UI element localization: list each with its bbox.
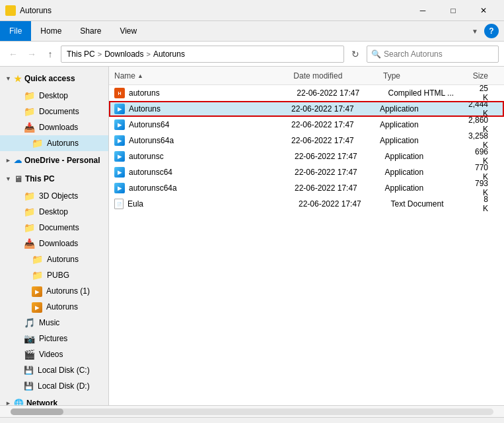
- scrollbar-track: [11, 408, 493, 415]
- chevron-icon: ►: [5, 400, 11, 405]
- file-type-cell: Text Document: [390, 199, 483, 209]
- sidebar-item-videos[interactable]: 🎬 Videos: [0, 346, 108, 362]
- table-row[interactable]: ▶ autorunsc64a 22-06-2022 17:47 Applicat…: [109, 180, 504, 196]
- table-row[interactable]: 📄 Eula 22-06-2022 17:47 Text Document 8 …: [109, 196, 504, 212]
- table-row[interactable]: H autoruns 22-06-2022 17:47 Compiled HTM…: [109, 85, 504, 101]
- folder-icon-pictures: 📷: [24, 333, 35, 344]
- tab-share[interactable]: Share: [71, 21, 110, 41]
- sidebar-item-label: Local Disk (C:): [38, 366, 90, 375]
- file-name-cell: H autoruns: [114, 88, 297, 98]
- address-path[interactable]: This PC > Downloads > Autoruns: [61, 46, 344, 63]
- folder-icon-documents-pc: 📁: [24, 222, 35, 233]
- file-header: Name ▲ Date modified Type Size: [109, 67, 504, 85]
- table-row[interactable]: ▶ Autoruns 22-06-2022 17:47 Application …: [109, 101, 504, 117]
- breadcrumb-autoruns[interactable]: Autoruns: [153, 49, 185, 59]
- file-date-cell: 22-06-2022 17:47: [299, 199, 391, 209]
- folder-icon-documents: 📁: [24, 106, 35, 117]
- scrollbar-thumb[interactable]: [11, 408, 63, 415]
- sidebar-item-label: Desktop: [39, 91, 68, 100]
- pc-icon: 🖥: [14, 174, 22, 184]
- sidebar: ▼ ★ Quick access 📁 Desktop 📁 Documents 📥…: [0, 67, 109, 405]
- back-button[interactable]: ←: [5, 46, 21, 62]
- sidebar-item-autoruns1[interactable]: ▶ Autoruns (1): [0, 283, 108, 299]
- sidebar-item-autoruns-sub[interactable]: 📁 Autoruns: [0, 251, 108, 267]
- exe-file-icon: ▶: [114, 183, 125, 193]
- file-name-cell: ▶ Autoruns: [114, 104, 291, 114]
- sidebar-item-label: Documents: [39, 223, 79, 232]
- file-name-cell: ▶ autorunsc: [114, 151, 295, 162]
- html-file-icon: H: [114, 88, 125, 98]
- file-area: Name ▲ Date modified Type Size H autorun…: [109, 67, 504, 405]
- sidebar-item-documents[interactable]: 📁 Documents: [0, 104, 108, 119]
- col-header-type[interactable]: Type: [383, 71, 473, 81]
- file-type-cell: Application: [380, 136, 468, 145]
- title-bar: Autoruns ─ □ ✕: [0, 0, 504, 21]
- sidebar-item-label: Local Disk (D:): [38, 381, 90, 391]
- minimize-button[interactable]: ─: [408, 0, 438, 21]
- exe-file-icon: ▶: [114, 167, 125, 178]
- exe-file-icon: ▶: [114, 151, 125, 162]
- file-name-label: Autoruns64a: [129, 136, 174, 145]
- sidebar-item-3d-objects[interactable]: 📁 3D Objects: [0, 188, 108, 204]
- file-type-cell: Application: [384, 183, 474, 193]
- file-date-cell: 22-06-2022 17:47: [297, 88, 388, 98]
- sidebar-section-this-pc[interactable]: ▼ 🖥 This PC: [0, 170, 108, 188]
- sidebar-item-documents-pc[interactable]: 📁 Documents: [0, 220, 108, 236]
- search-input[interactable]: [384, 49, 494, 59]
- disk-icon-c: 💾: [24, 366, 34, 375]
- folder-icon-music: 🎵: [24, 317, 35, 328]
- folder-icon-autoruns: 📁: [32, 138, 43, 148]
- breadcrumb-this-pc[interactable]: This PC: [67, 49, 95, 59]
- horizontal-scrollbar[interactable]: [0, 405, 504, 417]
- close-button[interactable]: ✕: [468, 0, 499, 21]
- table-row[interactable]: ▶ Autoruns64a 22-06-2022 17:47 Applicati…: [109, 133, 504, 148]
- up-button[interactable]: ↑: [42, 46, 58, 62]
- help-button[interactable]: ?: [484, 24, 499, 38]
- col-header-date[interactable]: Date modified: [293, 71, 383, 81]
- breadcrumb-downloads[interactable]: Downloads: [104, 49, 143, 59]
- tab-view[interactable]: View: [110, 21, 146, 41]
- file-type-cell: Compiled HTML ...: [388, 88, 479, 98]
- file-date-cell: 22-06-2022 17:47: [295, 168, 384, 177]
- tab-home[interactable]: Home: [31, 21, 71, 41]
- star-icon: ★: [14, 74, 22, 84]
- sidebar-section-quick-access[interactable]: ▼ ★ Quick access: [0, 69, 108, 88]
- chevron-icon: ▼: [5, 176, 11, 182]
- maximize-button[interactable]: □: [438, 0, 468, 21]
- forward-button[interactable]: →: [24, 46, 40, 62]
- file-name-label: autorunsc: [129, 152, 164, 161]
- search-box[interactable]: 🔍: [367, 46, 499, 63]
- sidebar-item-desktop[interactable]: 📁 Desktop: [0, 88, 108, 104]
- table-row[interactable]: ▶ autorunsc64 22-06-2022 17:47 Applicati…: [109, 164, 504, 180]
- main-layout: ▼ ★ Quick access 📁 Desktop 📁 Documents 📥…: [0, 67, 504, 405]
- tab-file[interactable]: File: [0, 21, 31, 41]
- sidebar-item-pictures[interactable]: 📷 Pictures: [0, 331, 108, 346]
- this-pc-label: This PC: [25, 174, 55, 183]
- sidebar-item-autoruns-qa[interactable]: 📁 Autoruns: [0, 135, 108, 151]
- sidebar-item-label: Music: [39, 318, 59, 327]
- table-row[interactable]: ▶ Autoruns64 22-06-2022 17:47 Applicatio…: [109, 117, 504, 133]
- col-header-name[interactable]: Name ▲: [114, 71, 293, 81]
- file-date-cell: 22-06-2022 17:47: [291, 104, 380, 114]
- sidebar-item-downloads-pc[interactable]: 📥 Downloads: [0, 236, 108, 251]
- sidebar-item-desktop-pc[interactable]: 📁 Desktop: [0, 204, 108, 220]
- folder-icon-pubg: 📁: [32, 270, 43, 280]
- sidebar-item-autoruns-app[interactable]: ▶ Autoruns: [0, 299, 108, 315]
- refresh-button[interactable]: ↻: [347, 46, 364, 63]
- sidebar-section-onedrive[interactable]: ► ☁ OneDrive - Personal: [0, 151, 108, 170]
- table-row[interactable]: ▶ autorunsc 22-06-2022 17:47 Application…: [109, 148, 504, 164]
- file-date-cell: 22-06-2022 17:47: [291, 136, 380, 145]
- col-header-size[interactable]: Size: [473, 71, 499, 81]
- sidebar-item-local-disk-c[interactable]: 💾 Local Disk (C:): [0, 362, 108, 378]
- sidebar-item-music[interactable]: 🎵 Music: [0, 315, 108, 331]
- chevron-icon: ►: [5, 157, 11, 164]
- sidebar-item-label: Autoruns: [47, 255, 79, 264]
- sidebar-item-downloads[interactable]: 📥 Downloads: [0, 119, 108, 135]
- sidebar-item-local-disk-d[interactable]: 💾 Local Disk (D:): [0, 378, 108, 394]
- folder-icon-desktop: 📁: [24, 90, 35, 101]
- sidebar-item-pubg[interactable]: 📁 PUBG: [0, 267, 108, 283]
- ribbon-collapse-button[interactable]: ▼: [468, 24, 482, 38]
- ribbon: File Home Share View ▼ ?: [0, 21, 504, 42]
- sidebar-section-network[interactable]: ► 🌐 Network: [0, 394, 108, 405]
- file-name-cell: 📄 Eula: [114, 199, 299, 209]
